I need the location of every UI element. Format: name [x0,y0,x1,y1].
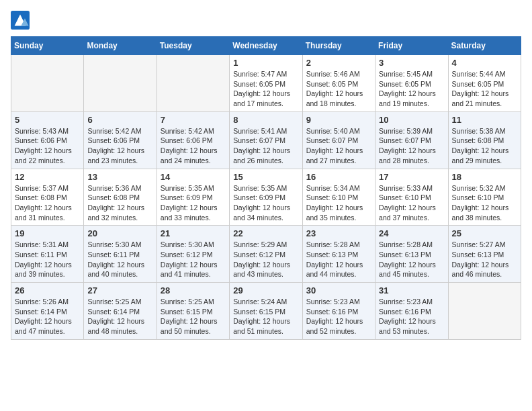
day-number: 14 [161,172,226,182]
day-cell: 22Sunrise: 5:29 AMSunset: 6:12 PMDayligh… [230,226,302,283]
day-cell: 24Sunrise: 5:28 AMSunset: 6:13 PMDayligh… [375,226,448,283]
day-info: Sunrise: 5:25 AMSunset: 6:15 PMDaylight:… [161,297,226,336]
day-cell: 31Sunrise: 5:23 AMSunset: 6:16 PMDayligh… [375,283,448,340]
day-info: Sunrise: 5:31 AMSunset: 6:11 PMDaylight:… [15,240,80,279]
day-info: Sunrise: 5:35 AMSunset: 6:09 PMDaylight:… [233,183,298,223]
day-cell: 25Sunrise: 5:27 AMSunset: 6:13 PMDayligh… [448,226,521,283]
day-number: 29 [233,285,298,295]
day-cell: 12Sunrise: 5:37 AMSunset: 6:08 PMDayligh… [11,169,84,226]
day-cell: 19Sunrise: 5:31 AMSunset: 6:11 PMDayligh… [11,226,84,283]
day-info: Sunrise: 5:25 AMSunset: 6:14 PMDaylight:… [87,297,152,336]
day-cell: 11Sunrise: 5:38 AMSunset: 6:08 PMDayligh… [448,111,521,169]
day-number: 16 [306,172,371,182]
day-info: Sunrise: 5:42 AMSunset: 6:06 PMDaylight:… [87,126,152,166]
day-info: Sunrise: 5:47 AMSunset: 6:05 PMDaylight:… [233,69,298,109]
calendar-week-row: 5Sunrise: 5:43 AMSunset: 6:06 PMDaylight… [11,111,521,169]
day-number: 19 [15,228,80,238]
day-cell: 15Sunrise: 5:35 AMSunset: 6:09 PMDayligh… [230,169,302,226]
calendar-week-row: 26Sunrise: 5:26 AMSunset: 6:14 PMDayligh… [11,283,521,340]
weekday-header-saturday: Saturday [448,37,521,55]
day-cell: 4Sunrise: 5:44 AMSunset: 6:05 PMDaylight… [448,55,521,112]
day-cell: 29Sunrise: 5:24 AMSunset: 6:15 PMDayligh… [230,283,302,340]
day-info: Sunrise: 5:26 AMSunset: 6:14 PMDaylight:… [15,297,80,336]
page-header [11,11,521,30]
day-info: Sunrise: 5:45 AMSunset: 6:05 PMDaylight:… [379,69,444,109]
day-info: Sunrise: 5:27 AMSunset: 6:13 PMDaylight:… [452,240,517,279]
day-number: 31 [379,285,444,295]
day-cell: 8Sunrise: 5:41 AMSunset: 6:07 PMDaylight… [230,111,302,169]
weekday-header-thursday: Thursday [302,37,375,55]
day-cell: 10Sunrise: 5:39 AMSunset: 6:07 PMDayligh… [375,111,448,169]
day-number: 5 [15,115,80,125]
day-cell: 5Sunrise: 5:43 AMSunset: 6:06 PMDaylight… [11,111,84,169]
day-number: 28 [161,285,226,295]
day-info: Sunrise: 5:46 AMSunset: 6:05 PMDaylight:… [306,69,371,109]
day-number: 22 [233,228,298,238]
day-info: Sunrise: 5:41 AMSunset: 6:07 PMDaylight:… [233,126,298,166]
day-number: 3 [379,58,444,68]
day-cell: 27Sunrise: 5:25 AMSunset: 6:14 PMDayligh… [84,283,157,340]
weekday-header-sunday: Sunday [11,37,84,55]
empty-cell [84,55,157,112]
day-cell: 9Sunrise: 5:40 AMSunset: 6:07 PMDaylight… [302,111,375,169]
weekday-header-wednesday: Wednesday [230,37,302,55]
day-cell: 21Sunrise: 5:30 AMSunset: 6:12 PMDayligh… [157,226,229,283]
day-number: 13 [87,172,152,182]
day-number: 12 [15,172,80,182]
day-info: Sunrise: 5:33 AMSunset: 6:10 PMDaylight:… [379,183,444,223]
day-info: Sunrise: 5:40 AMSunset: 6:07 PMDaylight:… [306,126,371,166]
day-cell: 28Sunrise: 5:25 AMSunset: 6:15 PMDayligh… [157,283,229,340]
day-number: 26 [15,285,80,295]
day-cell: 1Sunrise: 5:47 AMSunset: 6:05 PMDaylight… [230,55,302,112]
weekday-header-row: SundayMondayTuesdayWednesdayThursdayFrid… [11,37,521,55]
empty-cell [157,55,229,112]
day-cell: 6Sunrise: 5:42 AMSunset: 6:06 PMDaylight… [84,111,157,169]
day-number: 23 [306,228,371,238]
day-number: 18 [452,172,517,182]
day-info: Sunrise: 5:42 AMSunset: 6:06 PMDaylight:… [161,126,226,166]
day-number: 2 [306,58,371,68]
day-number: 6 [87,115,152,125]
calendar-week-row: 19Sunrise: 5:31 AMSunset: 6:11 PMDayligh… [11,226,521,283]
day-cell: 20Sunrise: 5:30 AMSunset: 6:11 PMDayligh… [84,226,157,283]
day-info: Sunrise: 5:39 AMSunset: 6:07 PMDaylight:… [379,126,444,166]
day-info: Sunrise: 5:36 AMSunset: 6:08 PMDaylight:… [87,183,152,223]
day-cell: 7Sunrise: 5:42 AMSunset: 6:06 PMDaylight… [157,111,229,169]
day-info: Sunrise: 5:30 AMSunset: 6:12 PMDaylight:… [161,240,226,279]
day-info: Sunrise: 5:32 AMSunset: 6:10 PMDaylight:… [452,183,517,223]
empty-cell [448,283,521,340]
day-number: 4 [452,58,517,68]
day-info: Sunrise: 5:37 AMSunset: 6:08 PMDaylight:… [15,183,80,223]
day-number: 8 [233,115,298,125]
day-cell: 23Sunrise: 5:28 AMSunset: 6:13 PMDayligh… [302,226,375,283]
day-number: 9 [306,115,371,125]
day-info: Sunrise: 5:44 AMSunset: 6:05 PMDaylight:… [452,69,517,109]
day-cell: 16Sunrise: 5:34 AMSunset: 6:10 PMDayligh… [302,169,375,226]
weekday-header-monday: Monday [84,37,157,55]
calendar-week-row: 1Sunrise: 5:47 AMSunset: 6:05 PMDaylight… [11,55,521,112]
day-number: 11 [452,115,517,125]
empty-cell [11,55,84,112]
day-number: 21 [161,228,226,238]
day-cell: 30Sunrise: 5:23 AMSunset: 6:16 PMDayligh… [302,283,375,340]
day-cell: 13Sunrise: 5:36 AMSunset: 6:08 PMDayligh… [84,169,157,226]
day-cell: 14Sunrise: 5:35 AMSunset: 6:09 PMDayligh… [157,169,229,226]
day-number: 30 [306,285,371,295]
day-number: 20 [87,228,152,238]
day-info: Sunrise: 5:29 AMSunset: 6:12 PMDaylight:… [233,240,298,279]
day-info: Sunrise: 5:34 AMSunset: 6:10 PMDaylight:… [306,183,371,223]
day-cell: 17Sunrise: 5:33 AMSunset: 6:10 PMDayligh… [375,169,448,226]
day-number: 17 [379,172,444,182]
day-number: 24 [379,228,444,238]
day-info: Sunrise: 5:35 AMSunset: 6:09 PMDaylight:… [161,183,226,223]
day-number: 10 [379,115,444,125]
weekday-header-friday: Friday [375,37,448,55]
day-cell: 26Sunrise: 5:26 AMSunset: 6:14 PMDayligh… [11,283,84,340]
logo [11,11,32,30]
calendar-week-row: 12Sunrise: 5:37 AMSunset: 6:08 PMDayligh… [11,169,521,226]
day-info: Sunrise: 5:28 AMSunset: 6:13 PMDaylight:… [306,240,371,279]
day-number: 1 [233,58,298,68]
day-info: Sunrise: 5:24 AMSunset: 6:15 PMDaylight:… [233,297,298,336]
weekday-header-tuesday: Tuesday [157,37,229,55]
day-number: 25 [452,228,517,238]
